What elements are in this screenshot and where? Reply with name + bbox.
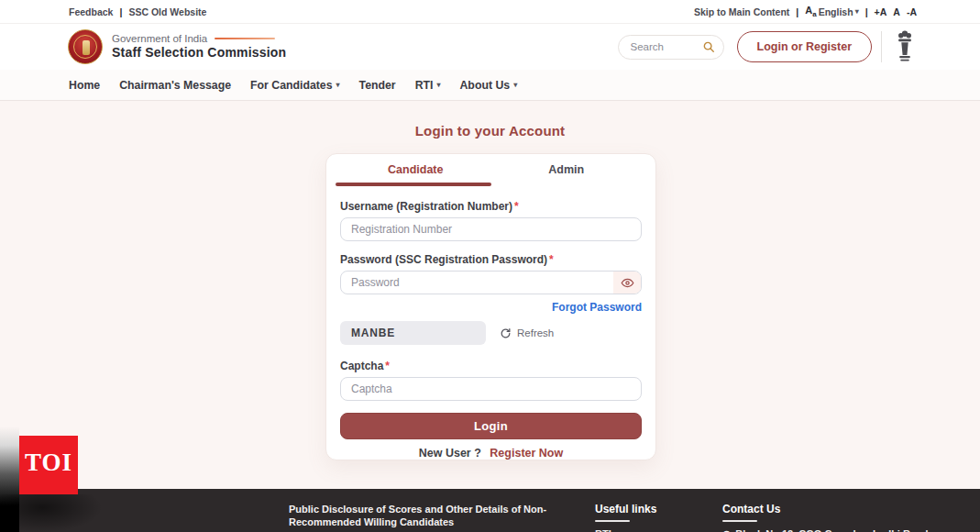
required-asterisk: * [549,253,554,266]
nav-item-about-us[interactable]: About Us ▾ [459,79,517,92]
active-tab-indicator [336,183,491,186]
password-visibility-toggle[interactable] [613,272,641,294]
footer-useful-links-column: Useful links RTI [595,503,656,532]
eye-icon [621,276,634,290]
register-now-link[interactable]: Register Now [490,447,563,460]
language-selector[interactable]: Aa English ▾ [805,5,858,18]
chevron-down-icon: ▾ [855,7,859,16]
nav-item-for-candidates[interactable]: For Candidates ▾ [250,79,340,92]
useful-links-title: Useful links [595,503,656,515]
nav-item-rti[interactable]: RTI ▾ [415,79,441,92]
font-size-increase-button[interactable]: +A [875,6,887,17]
feedback-link[interactable]: Feedback [69,6,113,17]
skip-to-main-content-link[interactable]: Skip to Main Content [694,6,789,17]
main-navigation: Home Chairman's Message For Candidates ▾… [0,70,980,101]
password-input[interactable] [340,271,642,294]
username-input[interactable] [340,217,642,241]
footer-contact-column: Contact Us ⊙Block No.12, CGO Complex, Lo… [722,503,970,532]
contact-us-title: Contact Us [722,503,970,515]
forgot-password-link[interactable]: Forgot Password [552,301,642,314]
nav-item-tender[interactable]: Tender [359,79,396,92]
chevron-down-icon: ▾ [513,81,517,89]
language-label: English [819,6,853,17]
username-label: Username (Registration Number)* [340,200,642,213]
top-utility-bar: Feedback | SSC Old Website Skip to Main … [0,0,980,24]
site-header: Government of India Staff Selection Comm… [0,24,980,70]
login-or-register-button[interactable]: Login or Register [737,31,872,62]
search-input[interactable] [631,41,697,52]
tab-admin[interactable]: Admin [491,154,643,185]
chevron-down-icon: ▾ [336,81,340,89]
translate-icon: Aa [805,5,816,18]
search-icon[interactable] [702,40,715,53]
page-title: Login to your Account [0,123,980,139]
footer-title-underline [722,520,757,522]
captcha-input[interactable] [340,377,642,401]
header-divider [881,31,882,62]
divider: | [119,6,122,17]
footer-link-rti[interactable]: RTI [595,528,656,532]
chevron-down-icon: ▾ [436,81,440,89]
login-tabs: Candidate Admin [340,154,642,185]
public-disclosure-link[interactable]: Public Disclosure of Scores and Other De… [289,503,610,529]
nav-item-home[interactable]: Home [69,79,100,92]
tab-candidate[interactable]: Candidate [340,154,491,185]
nav-item-chairmans-message[interactable]: Chairman's Message [119,79,231,92]
contact-address: ⊙Block No.12, CGO Complex, Lodhi Road [722,528,970,532]
divider: | [796,6,798,17]
login-button[interactable]: Login [340,413,642,439]
site-title: Staff Selection Commission [112,45,286,61]
footer-title-underline [595,520,630,522]
ssc-logo [68,29,103,64]
divider: | [865,6,868,17]
font-size-decrease-button[interactable]: -A [907,6,917,17]
site-footer: Public Disclosure of Scores and Other De… [0,489,980,532]
ssc-old-website-link[interactable]: SSC Old Website [128,6,206,17]
required-asterisk: * [385,360,390,372]
accent-dash [215,38,275,39]
password-label: Password (SSC Registration Password)* [340,253,642,266]
national-emblem-icon [893,29,917,64]
location-pin-icon: ⊙ [722,528,731,532]
main-content: Login to your Account Candidate Admin Us… [0,101,980,489]
refresh-icon [500,327,512,339]
captcha-image: MANBE [340,321,486,345]
font-size-normal-button[interactable]: A [893,6,900,17]
captcha-label: Captcha* [340,360,642,372]
required-asterisk: * [514,200,519,213]
captcha-refresh-button[interactable]: Refresh [500,327,554,339]
government-of-india-label: Government of India [112,32,207,45]
refresh-label: Refresh [517,327,554,338]
search-box[interactable] [618,35,724,60]
new-user-label: New User ? [419,447,481,460]
login-card: Candidate Admin Username (Registration N… [325,153,656,460]
